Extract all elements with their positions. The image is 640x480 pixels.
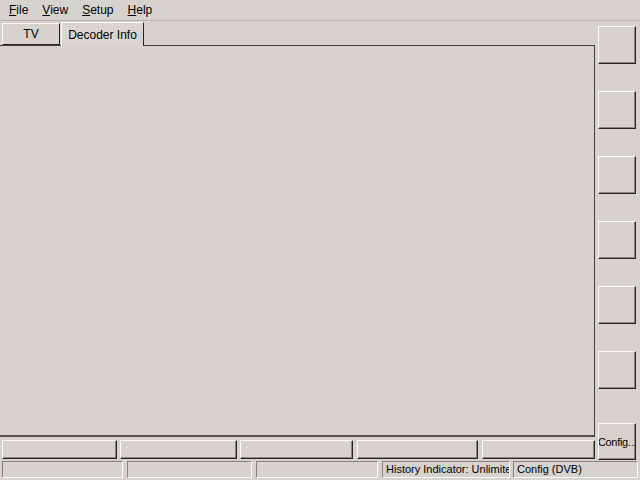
tab-decoder-info[interactable]: Decoder Info [61,22,144,46]
softkey-bottom-3[interactable] [240,440,353,459]
softkey-bottom-2[interactable] [120,440,237,459]
softkey-bottom-1[interactable] [2,440,117,459]
statusbar-config-mode: Config (DVB) [513,461,638,478]
menu-bar: File View Setup Help [0,0,640,21]
softkey-right-3[interactable] [598,156,636,194]
menu-setup[interactable]: Setup [75,1,120,19]
softkey-right-5[interactable] [598,286,636,324]
statusbar-history-indicator: History Indicator: Unlimited [382,461,510,478]
statusbar-segment-3 [256,461,378,478]
decoder-info-panel [0,45,595,437]
tab-decoder-info-label: Decoder Info [68,28,137,42]
softkey-right-4[interactable] [598,221,636,259]
menu-help[interactable]: Help [121,1,160,19]
softkey-right-1[interactable] [598,26,636,64]
config-button[interactable]: Config... [598,423,636,460]
statusbar-segment-2 [127,461,252,478]
app-window: File View Setup Help TV Decoder Info Sta… [0,0,640,480]
statusbar-segment-1 [2,461,123,478]
tab-tv-label: TV [23,27,38,41]
softkey-bottom-5[interactable] [482,440,595,459]
tab-tv[interactable]: TV [2,23,60,45]
menu-file[interactable]: File [2,1,35,19]
softkey-bottom-4[interactable] [357,440,478,459]
softkey-right-2[interactable] [598,91,636,129]
softkey-right-6[interactable] [598,351,636,389]
config-button-label: Config... [598,436,636,448]
menu-view[interactable]: View [35,1,75,19]
